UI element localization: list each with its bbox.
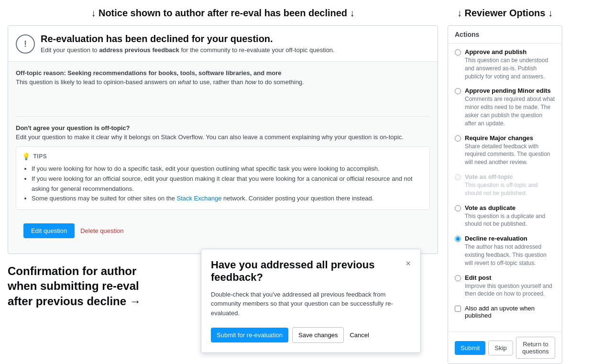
action-require-major: Require Major changes Share detailed fee… xyxy=(455,134,555,166)
action-decline-reval: Decline re-evaluation The author has not… xyxy=(455,235,555,267)
desc-edit-post: Improve this question yourself and then … xyxy=(465,282,555,298)
notice-card: ! Re-evaluation has been declined for yo… xyxy=(8,25,438,254)
save-changes-button[interactable]: Save changes xyxy=(292,327,344,343)
dialog-actions: Submit for re-evaluation Save changes Ca… xyxy=(211,327,411,343)
radio-approve-minor[interactable] xyxy=(455,88,461,94)
delete-question-button[interactable]: Delete question xyxy=(80,227,123,234)
reviewer-panel: Actions Approve and publish This questio… xyxy=(448,25,562,364)
disagree-text: Edit your question to make it clear why … xyxy=(16,133,430,141)
action-text-approve-minor: Approve pending Minor edits Comments are… xyxy=(465,87,555,127)
edit-question-button[interactable]: Edit question xyxy=(23,223,75,238)
radio-edit-post[interactable] xyxy=(455,275,461,281)
offtopic-italic1: what xyxy=(178,78,191,86)
reviewer-submit-button[interactable]: Submit xyxy=(455,341,485,355)
reviewer-panel-header: Actions xyxy=(448,26,562,44)
reviewer-footer: Submit Skip Return to questions xyxy=(448,331,562,364)
tips-section: 💡 TIPS If you were looking for how to do… xyxy=(16,146,430,210)
desc-require-major: Share detailed feedback with required co… xyxy=(465,143,555,166)
action-text-vote-offtopic: Vote as off-topic This question is off-t… xyxy=(465,173,555,198)
desc-decline-reval: The author has not addressed existing fe… xyxy=(465,243,555,267)
right-section: ↓ Reviewer Options ↓ Actions Approve and… xyxy=(448,8,562,364)
offtopic-prefix: This question is likely to lead to opini… xyxy=(16,78,178,86)
right-heading: ↓ Reviewer Options ↓ xyxy=(448,8,562,19)
label-vote-duplicate: Vote as duplicate xyxy=(465,204,555,211)
alert-icon: ! xyxy=(16,34,35,54)
tips-label: TIPS xyxy=(33,153,47,160)
radio-vote-duplicate[interactable] xyxy=(455,205,461,211)
label-decline-reval: Decline re-evaluation xyxy=(465,235,555,242)
checkbox-add-upvote[interactable] xyxy=(455,306,461,312)
cancel-button[interactable]: Cancel xyxy=(348,328,371,342)
offtopic-middle: to use, rather than xyxy=(191,78,245,86)
disagree-section: Don't agree your question is off-topic? … xyxy=(8,101,438,254)
label-require-major: Require Major changes xyxy=(465,134,555,142)
action-vote-offtopic: Vote as off-topic This question is off-t… xyxy=(455,173,555,198)
submit-reval-button[interactable]: Submit for re-evaluation xyxy=(211,328,288,342)
radio-vote-offtopic xyxy=(455,174,461,180)
notice-header: ! Re-evaluation has been declined for yo… xyxy=(8,26,438,61)
lightbulb-icon: 💡 xyxy=(22,153,31,160)
notice-subtitle: Edit your question to address previous f… xyxy=(41,46,335,54)
action-text-decline-reval: Decline re-evaluation The author has not… xyxy=(465,235,555,267)
label-vote-offtopic: Vote as off-topic xyxy=(465,173,555,180)
actions-list: Approve and publish This question can be… xyxy=(448,44,562,331)
tip-item-3: Some questions may be suited for other s… xyxy=(32,194,424,204)
dialog-title: Have you addressed all previous feedback… xyxy=(211,259,393,284)
tips-header: 💡 TIPS xyxy=(22,153,424,160)
tip-item-1: If you were looking for how to do a spec… xyxy=(32,164,424,174)
divider xyxy=(16,116,430,117)
action-approve-publish: Approve and publish This question can be… xyxy=(455,48,555,80)
action-text-require-major: Require Major changes Share detailed fee… xyxy=(465,134,555,166)
radio-require-major[interactable] xyxy=(455,135,461,142)
notice-title: Re-evaluation has been declined for your… xyxy=(41,33,335,44)
stack-exchange-link[interactable]: Stack Exchange xyxy=(177,195,222,202)
confirmation-text: Confirmation for author when submitting … xyxy=(8,264,142,309)
label-approve-publish: Approve and publish xyxy=(465,48,555,55)
action-add-upvote: Also add an upvote when published xyxy=(455,305,555,320)
offtopic-text: This question is likely to lead to opini… xyxy=(16,78,430,86)
notice-body: Off-topic reason: Seeking recommendation… xyxy=(8,61,438,101)
notice-subtitle-prefix: Edit your question to xyxy=(41,46,99,54)
action-text-edit-post: Edit post Improve this question yourself… xyxy=(465,274,555,298)
reviewer-return-button[interactable]: Return to questions xyxy=(516,337,555,359)
notice-text-block: Re-evaluation has been declined for your… xyxy=(41,33,335,54)
radio-decline-reval[interactable] xyxy=(455,236,461,242)
dialog-body: Double-check that you've addressed all p… xyxy=(211,290,411,318)
action-approve-minor: Approve pending Minor edits Comments are… xyxy=(455,87,555,127)
label-edit-post: Edit post xyxy=(465,274,555,281)
notice-subtitle-bold: address previous feedback xyxy=(99,46,179,54)
label-approve-minor: Approve pending Minor edits xyxy=(465,87,555,94)
action-edit-post: Edit post Improve this question yourself… xyxy=(455,274,555,298)
left-heading: ↓ Notice shown to author after re-eval h… xyxy=(8,8,438,19)
reviewer-skip-button[interactable]: Skip xyxy=(488,341,513,355)
disagree-title: Don't agree your question is off-topic? xyxy=(16,124,430,132)
tip-item-2: If you were looking for an official sour… xyxy=(32,174,424,194)
dialog-header: Have you addressed all previous feedback… xyxy=(211,259,411,284)
tips-list: If you were looking for how to do a spec… xyxy=(22,164,424,204)
offtopic-italic2: how xyxy=(245,78,256,86)
desc-approve-minor: Comments are required about what minor e… xyxy=(465,95,555,127)
label-add-upvote: Also add an upvote when published xyxy=(465,305,555,319)
desc-vote-duplicate: This question is a duplicate and should … xyxy=(465,212,555,229)
action-vote-duplicate: Vote as duplicate This question is a dup… xyxy=(455,204,555,229)
confirmation-dialog: Have you addressed all previous feedback… xyxy=(201,249,421,353)
offtopic-suffix: to do something. xyxy=(256,78,304,86)
action-text-vote-duplicate: Vote as duplicate This question is a dup… xyxy=(465,204,555,229)
notice-subtitle-suffix: for the community to re-evaluate your of… xyxy=(179,46,335,54)
notice-actions: Edit question Delete question xyxy=(16,218,430,246)
desc-vote-offtopic: This question is off-topic and should no… xyxy=(465,181,555,198)
radio-approve-publish[interactable] xyxy=(455,49,461,55)
dialog-close-button[interactable]: × xyxy=(406,259,411,269)
desc-approve-publish: This question can be understood and answ… xyxy=(465,56,555,80)
action-text-add-upvote: Also add an upvote when published xyxy=(465,305,555,320)
action-text-approve-publish: Approve and publish This question can be… xyxy=(465,48,555,80)
offtopic-label: Off-topic reason: Seeking recommendation… xyxy=(16,69,430,77)
